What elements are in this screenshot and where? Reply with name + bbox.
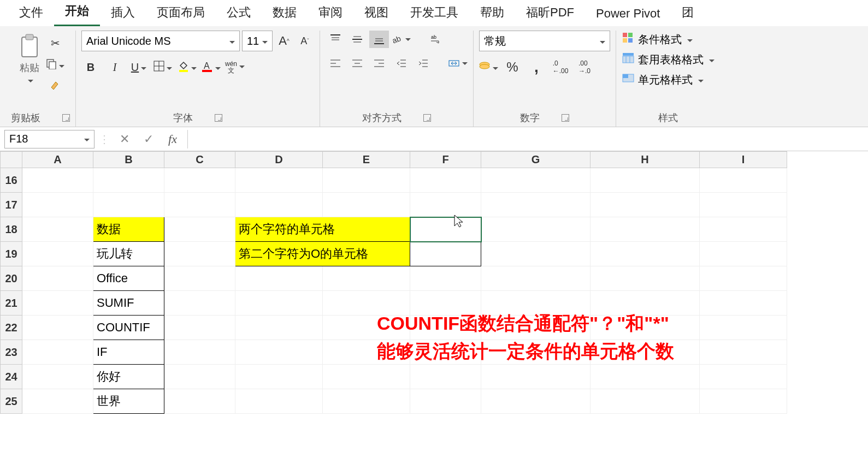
cell-E25[interactable]: [323, 389, 410, 414]
cell-B18[interactable]: 数据: [93, 217, 164, 242]
cell-I23[interactable]: [700, 340, 787, 365]
col-header-A[interactable]: A: [22, 152, 93, 168]
cell-F16[interactable]: [410, 168, 481, 193]
cell-A17[interactable]: [22, 193, 93, 217]
cell-I24[interactable]: [700, 365, 787, 389]
row-header-17[interactable]: 17: [1, 193, 22, 217]
cell-D18[interactable]: 两个字符的单元格: [235, 217, 410, 242]
col-header-H[interactable]: H: [591, 152, 700, 168]
cell-C16[interactable]: [164, 168, 235, 193]
col-header-D[interactable]: D: [235, 152, 323, 168]
cell-B19[interactable]: 玩儿转: [93, 242, 164, 266]
tab-data[interactable]: 数据: [262, 0, 308, 26]
cell-E24[interactable]: [323, 365, 410, 389]
cell-C20[interactable]: [164, 266, 235, 291]
cell-H20[interactable]: [591, 266, 700, 291]
number-format-select[interactable]: 常规: [479, 31, 610, 51]
align-middle-button[interactable]: [347, 31, 367, 48]
align-left-button[interactable]: [326, 55, 345, 72]
cut-button[interactable]: ✂: [46, 34, 64, 52]
cell-G18[interactable]: [481, 217, 591, 242]
cell-B17[interactable]: [93, 193, 164, 217]
cell-A16[interactable]: [22, 168, 93, 193]
tab-power-pivot[interactable]: Power Pivot: [585, 1, 671, 26]
cell-C18[interactable]: [164, 217, 235, 242]
cell-F19[interactable]: [410, 242, 481, 266]
increase-font-button[interactable]: A^: [275, 32, 293, 50]
percent-button[interactable]: %: [503, 58, 522, 76]
cell-F17[interactable]: [410, 193, 481, 217]
table-format-button[interactable]: 套用表格格式: [622, 51, 715, 69]
row-header-23[interactable]: 23: [1, 340, 22, 365]
format-painter-button[interactable]: [46, 78, 64, 96]
cell-G20[interactable]: [481, 266, 591, 291]
cell-F20[interactable]: [410, 266, 481, 291]
font-color-button[interactable]: A: [202, 58, 220, 76]
alignment-dialog-launcher[interactable]: [423, 114, 431, 122]
formula-input[interactable]: [187, 130, 868, 148]
tab-developer[interactable]: 开发工具: [399, 0, 469, 26]
cell-G24[interactable]: [481, 365, 591, 389]
cell-C22[interactable]: [164, 316, 235, 340]
row-header-19[interactable]: 19: [1, 242, 22, 266]
cell-D22[interactable]: [235, 316, 323, 340]
cell-E16[interactable]: [323, 168, 410, 193]
align-center-button[interactable]: [347, 55, 367, 72]
tab-home[interactable]: 开始: [54, 0, 100, 26]
accounting-format-button[interactable]: [479, 58, 498, 76]
tab-truncated[interactable]: 团: [671, 0, 705, 26]
row-header-21[interactable]: 21: [1, 291, 22, 316]
row-header-25[interactable]: 25: [1, 389, 22, 414]
cell-E17[interactable]: [323, 193, 410, 217]
italic-button[interactable]: I: [105, 58, 124, 76]
border-button[interactable]: [153, 58, 172, 76]
col-header-G[interactable]: G: [481, 152, 591, 168]
tab-review[interactable]: 审阅: [308, 0, 353, 26]
row-header-18[interactable]: 18: [1, 217, 22, 242]
cell-D25[interactable]: [235, 389, 323, 414]
tab-file[interactable]: 文件: [8, 0, 54, 26]
cancel-formula-button[interactable]: ✕: [115, 130, 134, 148]
col-header-C[interactable]: C: [164, 152, 235, 168]
merge-center-button[interactable]: [448, 55, 468, 72]
cell-B21[interactable]: SUMIF: [93, 291, 164, 316]
cell-H18[interactable]: [591, 217, 700, 242]
number-dialog-launcher[interactable]: [562, 114, 569, 122]
decrease-indent-button[interactable]: [391, 55, 411, 72]
cell-B23[interactable]: IF: [93, 340, 164, 365]
cell-I18[interactable]: [700, 217, 787, 242]
cell-A24[interactable]: [22, 365, 93, 389]
cell-F25[interactable]: [410, 389, 481, 414]
cell-A19[interactable]: [22, 242, 93, 266]
font-size-select[interactable]: 11: [242, 31, 273, 51]
cell-H19[interactable]: [591, 242, 700, 266]
cell-B25[interactable]: 世界: [93, 389, 164, 414]
select-all-cell[interactable]: [1, 152, 22, 168]
row-header-16[interactable]: 16: [1, 168, 22, 193]
cell-H24[interactable]: [591, 365, 700, 389]
cell-G25[interactable]: [481, 389, 591, 414]
cell-G17[interactable]: [481, 193, 591, 217]
decrease-font-button[interactable]: Aˇ: [296, 32, 314, 50]
cell-styles-button[interactable]: 单元格样式: [622, 71, 704, 89]
cell-D20[interactable]: [235, 266, 323, 291]
increase-indent-button[interactable]: [413, 55, 433, 72]
cell-G16[interactable]: [481, 168, 591, 193]
cell-I17[interactable]: [700, 193, 787, 217]
cell-C25[interactable]: [164, 389, 235, 414]
cell-H16[interactable]: [591, 168, 700, 193]
cell-I21[interactable]: [700, 291, 787, 316]
cell-D19[interactable]: 第二个字符为O的单元格: [235, 242, 410, 266]
cell-B22[interactable]: COUNTIF: [93, 316, 164, 340]
cell-A23[interactable]: [22, 340, 93, 365]
cell-I16[interactable]: [700, 168, 787, 193]
orientation-button[interactable]: ab: [391, 31, 411, 48]
cell-A18[interactable]: [22, 217, 93, 242]
cell-A20[interactable]: [22, 266, 93, 291]
cell-D24[interactable]: [235, 365, 323, 389]
row-header-22[interactable]: 22: [1, 316, 22, 340]
sheet-area[interactable]: ABCDEFGHI161718数据两个字符的单元格19玩儿转第二个字符为O的单元…: [0, 151, 868, 476]
phonetic-button[interactable]: wén 文: [226, 58, 244, 76]
tab-insert[interactable]: 插入: [100, 0, 146, 26]
bold-button[interactable]: B: [81, 58, 100, 76]
